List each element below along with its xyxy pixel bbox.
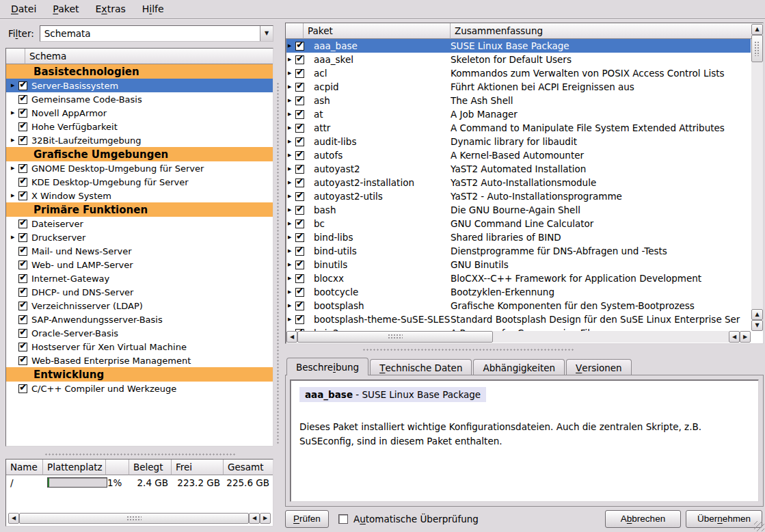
expander-icon[interactable]: ▶ (11, 111, 18, 116)
expander-icon[interactable]: ▶ (288, 85, 295, 90)
scrollbar-track[interactable] (751, 62, 763, 309)
menu-item[interactable]: Hilfe (134, 1, 172, 17)
checkbox[interactable]: ✔ (295, 247, 304, 256)
disk-col-belegt[interactable]: Belegt (129, 460, 172, 475)
checkbox[interactable]: ✔ (18, 343, 27, 351)
schema-list-item[interactable]: ▶ ✔ C/C++ Compiler und Werkzeuge (6, 382, 273, 395)
disk-col-gesamt[interactable]: Gesamt (224, 460, 273, 475)
tab[interactable]: Technische Daten (370, 359, 472, 375)
expander-icon[interactable]: ▶ (288, 249, 295, 254)
schema-list-item[interactable]: ▶ ✔ DHCP- und DNS-Server (6, 285, 273, 299)
scroll-down-icon[interactable]: ▼ (751, 320, 763, 331)
checkbox[interactable]: ✔ (295, 110, 304, 119)
package-status-column-header[interactable] (286, 23, 304, 39)
checkbox[interactable]: ✔ (18, 288, 27, 297)
schema-list-item[interactable]: ▶ ✔ Druckserver (6, 230, 273, 244)
package-row[interactable]: ▶ ✔ aaa_base SUSE Linux Base Package (286, 39, 751, 53)
window-resize-grip[interactable] (754, 521, 764, 531)
vertical-splitter-handle[interactable] (276, 82, 280, 444)
schema-list-item[interactable]: ▶ ✔ Novell AppArmor (6, 106, 273, 120)
checkbox[interactable]: ✔ (18, 233, 27, 242)
checkbox[interactable]: ✔ (295, 206, 304, 215)
package-row[interactable]: ▶ ✔ autofs A Kernel-Based Automounter (286, 148, 751, 162)
package-row[interactable]: ▶ ✔ attr A Command to Manipulate File Sy… (286, 121, 751, 135)
checkbox[interactable]: ✔ (18, 122, 27, 131)
chevron-down-icon[interactable]: ▼ (260, 26, 273, 41)
package-row[interactable]: ▶ ✔ bind-utils Dienstprogramme für DNS-A… (286, 244, 751, 258)
schema-list-item[interactable]: ▶ ✔ KDE Desktop-Umgebung für Server (6, 175, 273, 189)
schema-list-item[interactable]: ▶ ✔ Basistechnologien (6, 64, 273, 79)
package-row[interactable]: ▶ ✔ bootsplash Grafische Komponenten für… (286, 299, 751, 312)
scroll-left-icon[interactable]: ◀ (286, 331, 297, 343)
package-row[interactable]: ▶ ✔ acpid Führt Aktionen bei ACPI Ereign… (286, 80, 751, 94)
menu-item[interactable]: Extras (87, 1, 133, 17)
package-row[interactable]: ▶ ✔ bash Die GNU Bourne-Again Shell (286, 203, 751, 217)
checkbox[interactable]: ✔ (295, 261, 304, 269)
package-row[interactable]: ▶ ✔ autoyast2-utils YaST2 - Auto-Install… (286, 189, 751, 203)
expander-icon[interactable]: ▶ (288, 304, 295, 308)
package-row[interactable]: ▶ ✔ acl Kommandos zum Verwalten von POSI… (286, 66, 751, 80)
scroll-left-icon[interactable]: ◀ (249, 513, 260, 524)
expander-icon[interactable]: ▶ (11, 138, 18, 143)
disk-table-row[interactable]: / 1% 2.4 GB 223.2 GB 225.6 GB (6, 475, 273, 490)
menu-item[interactable]: Datei (3, 1, 44, 17)
disk-col-percent[interactable] (106, 460, 129, 475)
schema-list-item[interactable]: ▶ ✔ Hohe Verfügbarkeit (6, 120, 273, 133)
checkbox[interactable]: ✔ (18, 220, 27, 228)
schema-list-item[interactable]: ▶ ✔ Dateiserver (6, 217, 273, 230)
expander-icon[interactable]: ▶ (288, 181, 295, 185)
checkbox[interactable]: ✔ (18, 274, 27, 283)
package-horizontal-scrollbar[interactable]: ◀ ◀ ▶ (286, 331, 751, 343)
package-row[interactable]: ▶ ✔ bzip2 A Program for Compressing File… (286, 326, 751, 331)
checkbox[interactable]: ✔ (295, 137, 304, 146)
schema-list-item[interactable]: ▶ ✔ Server-Basissystem (6, 79, 273, 92)
horizontal-splitter-handle[interactable] (362, 348, 574, 352)
menu-item[interactable]: Paket (44, 1, 87, 17)
schema-list-item[interactable]: ▶ ✔ Web-Based Enterprise Management (6, 354, 273, 367)
checkbox[interactable]: ✔ (18, 81, 27, 90)
checkbox[interactable]: ✔ (295, 96, 304, 105)
checkbox[interactable]: ✔ (295, 42, 304, 51)
scroll-left-icon[interactable]: ◀ (729, 331, 740, 343)
checkbox[interactable]: ✔ (295, 302, 304, 310)
checkbox[interactable]: ✔ (295, 233, 304, 242)
scroll-up-icon[interactable]: ▲ (751, 24, 763, 35)
scroll-right-icon[interactable]: ▶ (260, 513, 271, 524)
scrollbar-track[interactable] (493, 331, 729, 343)
checkbox[interactable]: ✔ (18, 384, 27, 393)
checkbox[interactable]: ✔ (295, 192, 304, 201)
checkbox[interactable]: ✔ (295, 315, 304, 324)
package-row[interactable]: ▶ ✔ autoyast2 YaST2 Automated Installati… (286, 162, 751, 176)
disk-col-plattenplatz[interactable]: Plattenplatz (43, 460, 106, 475)
package-name-column-header[interactable]: Paket (304, 23, 451, 39)
package-row[interactable]: ▶ ✔ bootsplash-theme-SuSE-SLES Standard … (286, 312, 751, 326)
schema-status-column-header[interactable] (6, 49, 25, 64)
schema-list-item[interactable]: ▶ ✔ GNOME Desktop-Umgebung für Server (6, 161, 273, 175)
checkbox[interactable]: ✔ (295, 151, 304, 160)
expander-icon[interactable]: ▶ (288, 167, 295, 172)
checkbox[interactable]: ✔ (18, 191, 27, 200)
checkbox[interactable]: ✔ (295, 274, 304, 283)
expander-icon[interactable]: ▶ (288, 222, 295, 226)
checkbox[interactable]: ✔ (18, 247, 27, 256)
expander-icon[interactable]: ▶ (288, 194, 295, 199)
expander-icon[interactable]: ▶ (288, 153, 295, 158)
checkbox[interactable]: ✔ (295, 288, 304, 297)
expander-icon[interactable]: ▶ (288, 235, 295, 240)
checkbox[interactable]: ✔ (18, 178, 27, 187)
package-row[interactable]: ▶ ✔ at A Job Manager (286, 107, 751, 121)
package-row[interactable]: ▶ ✔ autoyast2-installation YaST2 Auto-In… (286, 176, 751, 189)
schema-list-item[interactable]: ▶ ✔ SAP-Anwendungsserver-Basis (6, 312, 273, 326)
auto-check-checkbox[interactable] (338, 514, 348, 524)
checkbox[interactable]: ✔ (18, 109, 27, 118)
schema-list-item[interactable]: ▶ ✔ Web- und LAMP-Server (6, 258, 273, 271)
cancel-button[interactable]: Abbrechen (605, 510, 681, 528)
scrollbar-thumb[interactable] (19, 513, 249, 524)
schema-list-item[interactable]: ▶ ✔ Verzeichnisserver (LDAP) (6, 299, 273, 312)
disk-col-name[interactable]: Name (6, 460, 43, 475)
checkbox[interactable]: ✔ (18, 164, 27, 173)
tab[interactable]: Abhängigkeiten (473, 359, 565, 375)
checkbox[interactable]: ✔ (18, 95, 27, 104)
package-summary-column-header[interactable]: Zusammenfassung (451, 23, 763, 39)
schema-list-item[interactable]: ▶ ✔ Entwicklung (6, 367, 273, 382)
